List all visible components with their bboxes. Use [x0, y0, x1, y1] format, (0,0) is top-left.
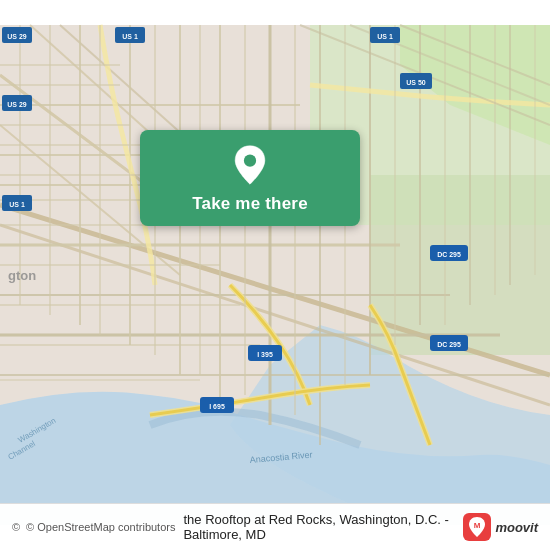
moovit-brand-icon: M — [463, 513, 491, 541]
svg-text:gton: gton — [8, 268, 36, 283]
attribution-text: © OpenStreetMap contributors — [26, 521, 175, 533]
moovit-logo: M moovit — [463, 513, 538, 541]
svg-text:US 29: US 29 — [7, 101, 27, 108]
take-me-there-button[interactable]: Take me there — [192, 194, 308, 214]
svg-text:US 1: US 1 — [9, 201, 25, 208]
bottom-bar: © © OpenStreetMap contributors the Rooft… — [0, 503, 550, 550]
bottom-left: © © OpenStreetMap contributors — [12, 521, 175, 533]
svg-point-79 — [244, 155, 256, 167]
svg-text:DC 295: DC 295 — [437, 341, 461, 348]
map-background: US 29 US 1 US 1 US 1 US 50 US 1 US 29 I … — [0, 0, 550, 550]
svg-text:US 1: US 1 — [377, 33, 393, 40]
svg-text:US 50: US 50 — [406, 79, 426, 86]
take-me-there-overlay[interactable]: Take me there — [140, 130, 360, 226]
copyright-icon: © — [12, 521, 20, 533]
svg-text:I 695: I 695 — [209, 403, 225, 410]
svg-text:US 29: US 29 — [7, 33, 27, 40]
bottom-title: the Rooftop at Red Rocks, Washington, D.… — [183, 512, 453, 542]
svg-text:M: M — [474, 521, 481, 530]
svg-text:I 395: I 395 — [257, 351, 273, 358]
svg-text:US 1: US 1 — [122, 33, 138, 40]
svg-text:DC 295: DC 295 — [437, 251, 461, 258]
map-container: US 29 US 1 US 1 US 1 US 50 US 1 US 29 I … — [0, 0, 550, 550]
location-pin-icon — [229, 144, 271, 186]
moovit-text: moovit — [495, 520, 538, 535]
